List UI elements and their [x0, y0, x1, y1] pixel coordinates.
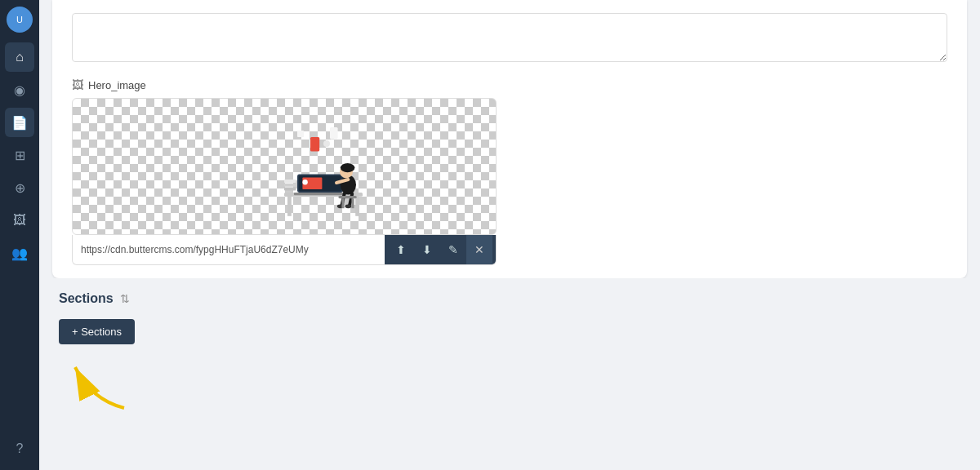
svg-rect-22 [310, 137, 319, 152]
sidebar-item-integrations[interactable]: ⊕ [5, 173, 34, 202]
image-upload-button[interactable]: ⬆ [388, 235, 414, 264]
sidebar-item-media[interactable]: 🖼 [5, 206, 34, 235]
add-sections-label: + Sections [72, 326, 122, 338]
content-area: 🖼 Hero_image [39, 0, 980, 470]
image-edit-button[interactable]: ✎ [440, 235, 466, 264]
svg-rect-10 [284, 188, 296, 191]
add-sections-button[interactable]: + Sections [59, 319, 135, 344]
svg-point-6 [302, 180, 307, 184]
image-download-button[interactable]: ⬇ [414, 235, 440, 264]
content-card: 🖼 Hero_image [52, 0, 967, 278]
svg-rect-2 [355, 197, 359, 216]
home-icon: ⌂ [16, 50, 24, 64]
svg-rect-21 [351, 198, 354, 208]
sidebar-item-home[interactable]: ⌂ [5, 42, 34, 72]
activity-icon: ◉ [14, 82, 25, 98]
avatar[interactable]: U [7, 7, 33, 33]
svg-rect-23 [330, 127, 338, 139]
hero-illustration [245, 120, 376, 226]
arrow-svg [59, 351, 157, 416]
sections-header: Sections ⇅ [59, 291, 960, 306]
image-url-bar: ⬆ ⬇ ✎ ✕ [72, 235, 497, 265]
svg-rect-7 [294, 193, 346, 195]
svg-point-18 [345, 204, 351, 208]
hero-image-label: 🖼 Hero_image [72, 78, 947, 91]
sections-title: Sections [59, 291, 114, 306]
arrow-annotation [59, 351, 222, 416]
table-icon: ⊞ [15, 148, 25, 163]
hero-image-preview [72, 98, 497, 235]
svg-rect-8 [284, 180, 296, 183]
sections-area: Sections ⇅ + Sections [39, 278, 980, 436]
media-icon: 🖼 [13, 213, 26, 228]
hero-image-field-name: Hero_image [88, 79, 146, 91]
sidebar-item-activity[interactable]: ◉ [5, 75, 34, 104]
svg-rect-19 [338, 196, 356, 198]
sidebar: U ⌂ ◉ 📄 ⊞ ⊕ 🖼 👥 ? [0, 0, 39, 470]
help-icon: ? [16, 441, 24, 456]
svg-rect-24 [297, 131, 304, 137]
sort-icon[interactable]: ⇅ [120, 292, 130, 305]
svg-rect-9 [284, 184, 296, 187]
main-content: 🖼 Hero_image [39, 0, 980, 470]
globe-icon: ⊕ [15, 180, 25, 196]
sidebar-item-help[interactable]: ? [5, 434, 34, 463]
image-field-icon: 🖼 [72, 78, 83, 91]
svg-point-25 [323, 140, 330, 147]
svg-point-13 [341, 163, 355, 172]
image-remove-button[interactable]: ✕ [466, 235, 492, 264]
sidebar-item-table[interactable]: ⊞ [5, 140, 34, 170]
image-url-input[interactable] [73, 237, 385, 262]
sidebar-item-users[interactable]: 👥 [5, 238, 34, 268]
svg-rect-20 [341, 198, 344, 208]
image-url-actions: ⬆ ⬇ ✎ ✕ [385, 235, 496, 264]
content-textarea[interactable] [72, 13, 947, 62]
sidebar-item-pages[interactable]: 📄 [5, 108, 34, 137]
users-icon: 👥 [11, 246, 28, 261]
pages-icon: 📄 [11, 115, 28, 131]
svg-rect-1 [287, 197, 292, 216]
